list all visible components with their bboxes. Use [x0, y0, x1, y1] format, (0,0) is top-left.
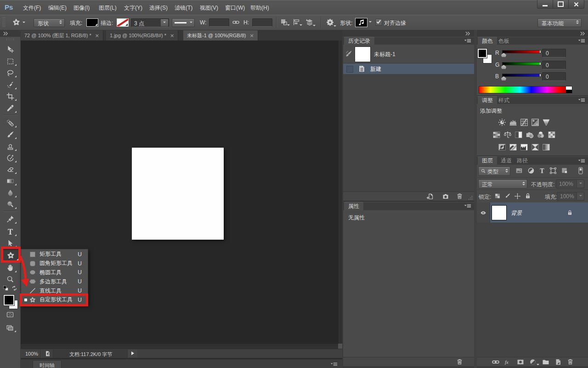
panel-menu-icon[interactable]: [578, 159, 585, 164]
panel-resize-grip[interactable]: [468, 196, 473, 200]
adjustment-levels-icon[interactable]: [509, 118, 517, 126]
new-group-folder-icon[interactable]: [542, 358, 549, 366]
history-source-checkbox[interactable]: [346, 66, 353, 73]
document-tab-2[interactable]: 1.jpg @ 100%(RGB/8#) *×: [106, 30, 178, 40]
adjustment-black-white-icon[interactable]: [514, 131, 523, 139]
geometry-options-button[interactable]: [326, 18, 334, 26]
blend-mode-combo[interactable]: 正常: [478, 179, 527, 189]
delete-state-trash-icon[interactable]: [456, 193, 463, 200]
stroke-width-dropdown[interactable]: [160, 19, 169, 27]
adjustment-gradient-map-icon[interactable]: [542, 143, 550, 151]
workspace-switcher[interactable]: 基本功能: [537, 18, 582, 27]
tool-pen[interactable]: [2, 213, 18, 224]
tool-quick-selection[interactable]: [2, 79, 18, 90]
filter-adjustment-layers-icon[interactable]: [527, 167, 535, 174]
delete-layer-trash-icon[interactable]: [567, 358, 574, 365]
document-canvas[interactable]: [132, 148, 224, 240]
foreground-color-swatch[interactable]: [4, 295, 14, 305]
height-input[interactable]: [252, 18, 272, 27]
tool-eyedropper[interactable]: [2, 103, 18, 114]
zoom-level-field[interactable]: 100%: [25, 351, 38, 356]
history-state-new[interactable]: 新建: [343, 63, 474, 74]
opacity-value-combo[interactable]: 100%: [556, 179, 584, 189]
blue-value-field[interactable]: 0: [542, 72, 566, 81]
history-snapshot-row[interactable]: 未标题-1: [343, 45, 474, 63]
history-brush-source-icon[interactable]: [345, 50, 352, 58]
tab-paths[interactable]: 路径: [513, 156, 532, 165]
black-chip[interactable]: [566, 90, 572, 93]
tool-preset-picker[interactable]: [12, 17, 28, 28]
green-slider-track[interactable]: [502, 62, 541, 65]
red-slider-track[interactable]: [502, 50, 541, 53]
width-input[interactable]: [209, 18, 229, 27]
tool-lasso[interactable]: [2, 67, 18, 78]
layer-name[interactable]: 背景: [511, 209, 522, 217]
tool-blur[interactable]: [2, 187, 18, 198]
adjustment-color-balance-icon[interactable]: [503, 131, 512, 139]
minimize-button[interactable]: [537, 0, 553, 9]
eye-icon[interactable]: [480, 210, 487, 216]
layer-effects-fx-icon[interactable]: [504, 358, 512, 366]
adjustment-color-lookup-icon[interactable]: [548, 131, 556, 139]
lock-position-icon[interactable]: [514, 193, 521, 200]
green-slider-thumb[interactable]: [501, 65, 506, 69]
tool-eraser[interactable]: [2, 164, 18, 175]
screen-mode-button[interactable]: [6, 323, 14, 331]
filter-smart-objects-icon[interactable]: [561, 167, 568, 174]
collapse-panel-icon[interactable]: [465, 31, 470, 36]
foreground-color-chip[interactable]: [478, 49, 487, 58]
selected-layer-row[interactable]: 背景: [490, 202, 588, 223]
shape-picker-dropdown[interactable]: [369, 21, 372, 23]
filter-type-layers-icon[interactable]: [538, 167, 546, 174]
tool-dodge[interactable]: [2, 199, 18, 210]
menu-help[interactable]: 帮助(H): [250, 4, 269, 12]
color-spectrum-ramp[interactable]: [479, 86, 572, 93]
tab-swatches[interactable]: 色板: [494, 37, 514, 45]
adjustment-selective-color-icon[interactable]: [531, 143, 539, 151]
tool-healing-brush[interactable]: [2, 117, 18, 128]
snapshot-name[interactable]: 未标题-1: [374, 51, 396, 58]
menu-edit[interactable]: 编辑(E): [48, 4, 67, 12]
tool-marquee[interactable]: [2, 56, 18, 67]
toolbar-grip[interactable]: [6, 38, 14, 40]
stroke-swatch[interactable]: [117, 18, 129, 27]
status-menu-button[interactable]: [128, 350, 137, 357]
adjustment-hue-saturation-icon[interactable]: [492, 131, 501, 139]
align-edges-checkbox[interactable]: [375, 19, 382, 26]
close-button[interactable]: [569, 0, 584, 9]
new-adjustment-layer-icon[interactable]: [529, 358, 537, 366]
document-size-info[interactable]: 文档:117.2K/0 字节: [69, 351, 112, 358]
filter-pixel-layers-icon[interactable]: [515, 167, 523, 174]
default-colors-button[interactable]: [3, 285, 9, 291]
add-layer-mask-icon[interactable]: [517, 358, 524, 366]
tool-history-brush[interactable]: [2, 152, 18, 163]
blue-slider-track[interactable]: [502, 74, 541, 77]
new-snapshot-camera-icon[interactable]: [442, 193, 449, 200]
document-tab-3-active[interactable]: 未标题-1 @ 100%(RGB/8)×: [183, 30, 258, 40]
status-doc-icon[interactable]: [45, 351, 51, 357]
adjustment-vibrance-icon[interactable]: [542, 118, 550, 126]
red-slider-thumb[interactable]: [501, 53, 506, 57]
filter-shape-layers-icon[interactable]: [549, 167, 557, 174]
tool-brush[interactable]: [2, 129, 18, 140]
path-arrangement-button[interactable]: [305, 18, 314, 26]
adjustment-threshold-icon[interactable]: [520, 143, 528, 151]
new-document-from-state-icon[interactable]: [426, 193, 434, 200]
green-value-field[interactable]: 0: [542, 61, 566, 69]
white-chip[interactable]: [566, 86, 572, 90]
tool-mode-select[interactable]: 形状: [34, 18, 65, 27]
lock-pixels-icon[interactable]: [504, 193, 511, 200]
stroke-width-combo[interactable]: 3 点: [131, 18, 169, 27]
adjustment-photo-filter-icon[interactable]: [526, 131, 534, 139]
tab-styles[interactable]: 样式: [494, 96, 514, 104]
tool-gradient[interactable]: [2, 175, 18, 186]
adjustment-posterize-icon[interactable]: [509, 143, 517, 151]
tab-layers[interactable]: 图层: [478, 156, 497, 165]
tab-close-icon[interactable]: ×: [250, 33, 254, 39]
options-bar-grip[interactable]: [2, 17, 6, 28]
fill-swatch[interactable]: [86, 18, 98, 27]
new-layer-icon[interactable]: [554, 358, 562, 366]
blue-slider-thumb[interactable]: [501, 76, 506, 80]
menu-file[interactable]: 文件(F): [23, 4, 41, 12]
menu-image[interactable]: 图像(I): [74, 4, 90, 12]
